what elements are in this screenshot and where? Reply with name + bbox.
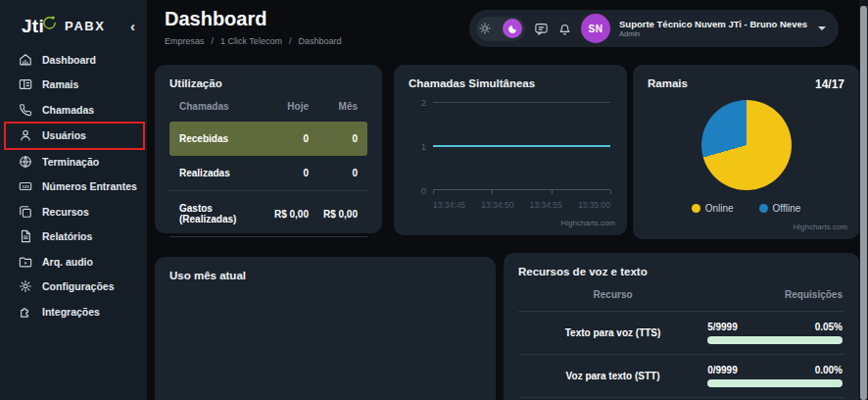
avatar[interactable]: SN: [581, 14, 610, 43]
x-tick-label: 13:35:00: [578, 200, 610, 210]
chat-icon: [534, 22, 549, 36]
row-month: R$ 0,00: [309, 209, 358, 220]
sidebar-item-chamadas[interactable]: Chamadas: [0, 97, 147, 123]
sidebar-item-configuracoes[interactable]: Configurações: [0, 275, 147, 300]
sidebar-item-relatorios[interactable]: Relatórios: [0, 225, 147, 250]
dark-mode-active: [503, 19, 522, 38]
series-line: [433, 145, 610, 147]
sidebar-item-label: Configurações: [42, 280, 115, 292]
theme-toggle[interactable]: [476, 17, 525, 41]
row-label: Realizadas: [179, 168, 260, 178]
usage-count: 5/9999: [707, 322, 738, 332]
usage-count: 0/9999: [707, 365, 738, 375]
x-tick-mark: [610, 190, 611, 194]
card-ramais: Ramais 14/17 Online Offline Highcharts.c…: [633, 65, 859, 239]
logo: Jti PABX ‹: [0, 0, 147, 39]
progress-bar: [707, 336, 843, 344]
progress-bar: [707, 379, 843, 387]
sidebar-item-usuarios[interactable]: Usuários: [6, 124, 143, 149]
breadcrumb-company[interactable]: 1 Click Telecom: [220, 36, 282, 46]
row-month: 0: [309, 133, 358, 144]
row-today: 0: [260, 168, 309, 178]
notifications-button[interactable]: [557, 22, 572, 36]
card-recursos-voz-texto: Recursos de voz e texto Recurso Requisiç…: [504, 253, 859, 400]
sidebar-item-numeros-entrantes[interactable]: 123 Números Entrantes: [0, 175, 147, 200]
sidebar-item-label: Relatórios: [42, 230, 92, 242]
bell-icon: [557, 22, 572, 36]
puzzle-icon: [19, 305, 32, 319]
x-axis-labels: 13:34:45 13:34:50 13:34:55 13:35:00: [433, 200, 610, 210]
page-title: Dashboard: [165, 8, 266, 30]
globe-icon: [19, 155, 32, 169]
table-row-tts: Texto para voz (TTS) 5/9999 0.05%: [518, 312, 844, 355]
scrollbar-thumb[interactable]: [860, 6, 867, 400]
usage-percent: 0.00%: [815, 365, 843, 375]
usage-percent: 0.05%: [815, 322, 843, 332]
sidebar-collapse-icon[interactable]: ‹: [130, 19, 135, 33]
svg-text:123: 123: [22, 184, 29, 189]
ramais-pie: [701, 100, 792, 190]
table-header: Recurso Requisições: [518, 289, 844, 312]
sidebar-item-ramais[interactable]: Ramais: [0, 73, 147, 98]
row-label: Voz para texto (STT): [518, 371, 707, 381]
x-tick-mark: [492, 190, 493, 194]
highcharts-credit-link[interactable]: Highcharts.com: [793, 223, 847, 231]
legend-item-online[interactable]: Online: [692, 203, 734, 214]
table-row-stt: Voz para texto (STT) 0/9999 0.00%: [518, 355, 844, 398]
report-document-icon: [19, 229, 32, 243]
numbers-123-icon: 123: [19, 179, 32, 193]
card-title: Utilização: [169, 77, 367, 89]
row-usage: 5/9999 0.05%: [707, 322, 844, 344]
user-menu[interactable]: Suporte Técnico Nuvem JTi - Bruno Neves …: [619, 19, 807, 39]
x-tick-mark: [552, 190, 553, 194]
card-title: Recursos de voz e texto: [518, 266, 844, 277]
card-title: Uso mês atual: [169, 270, 481, 281]
col-requisicoes: Requisições: [707, 289, 844, 300]
copy-resources-icon: [19, 205, 32, 219]
sidebar-item-label: Usuários: [42, 129, 86, 141]
legend-item-offline[interactable]: Offline: [759, 203, 801, 214]
legend-label: Online: [705, 203, 734, 214]
audio-folder-icon: [19, 255, 32, 269]
breadcrumb-separator: /: [212, 36, 215, 46]
sidebar-item-label: Recursos: [42, 206, 89, 218]
online-dot: [692, 204, 700, 213]
chat-button[interactable]: [534, 22, 549, 36]
user-name: Suporte Técnico Nuvem JTi - Bruno Neves: [619, 19, 807, 30]
user-role: Admin: [619, 29, 807, 38]
sidebar-item-integracoes[interactable]: Integrações: [0, 299, 147, 325]
row-month: 0: [309, 168, 358, 178]
col-recurso: Recurso: [518, 289, 707, 300]
line-chart-plot: 2 1 0: [433, 102, 610, 190]
table-header: Chamadas Hoje Mês: [169, 95, 367, 122]
row-label: Gastos (Realizadas): [179, 203, 260, 225]
breadcrumb-empresas[interactable]: Empresas: [165, 36, 205, 46]
ramais-counter: 14/17: [815, 77, 844, 91]
y-tick: 1: [421, 141, 426, 152]
col-mes: Mês: [309, 101, 358, 112]
sidebar-nav: Dashboard Ramais Chamadas Usuários Termi…: [0, 47, 147, 325]
x-tick-label: 13:34:50: [481, 200, 513, 210]
row-today: 0: [260, 133, 309, 144]
table-row-recebidas: Recebidas 0 0: [169, 122, 367, 156]
sidebar-item-label: Chamadas: [42, 104, 94, 116]
gridline: [433, 102, 610, 103]
card-uso-mes-atual: Uso mês atual: [155, 257, 496, 400]
x-tick-label: 13:34:55: [530, 200, 562, 210]
sidebar-item-label: Dashboard: [42, 54, 96, 66]
breadcrumb: Empresas / 1 Click Telecom / Dashboard: [165, 36, 341, 46]
card-title: Chamadas Simultâneas: [409, 77, 612, 89]
sidebar-item-label: Terminação: [42, 156, 99, 168]
logo-swoosh-icon: [41, 15, 56, 29]
highcharts-credit-link[interactable]: Highcharts.com: [560, 219, 615, 227]
user-icon: [19, 128, 32, 142]
sidebar-item-recursos[interactable]: Recursos: [0, 199, 147, 225]
vertical-scrollbar: [859, 0, 868, 400]
sidebar-item-terminacao[interactable]: Terminação: [0, 149, 147, 175]
extension-card-icon: [19, 77, 32, 91]
sidebar-item-dashboard[interactable]: Dashboard: [0, 47, 147, 73]
chevron-down-icon[interactable]: [818, 26, 826, 30]
sidebar-item-arq-audio[interactable]: Arq. audio: [0, 249, 147, 275]
offline-dot: [759, 204, 768, 213]
y-tick: 0: [421, 185, 426, 196]
